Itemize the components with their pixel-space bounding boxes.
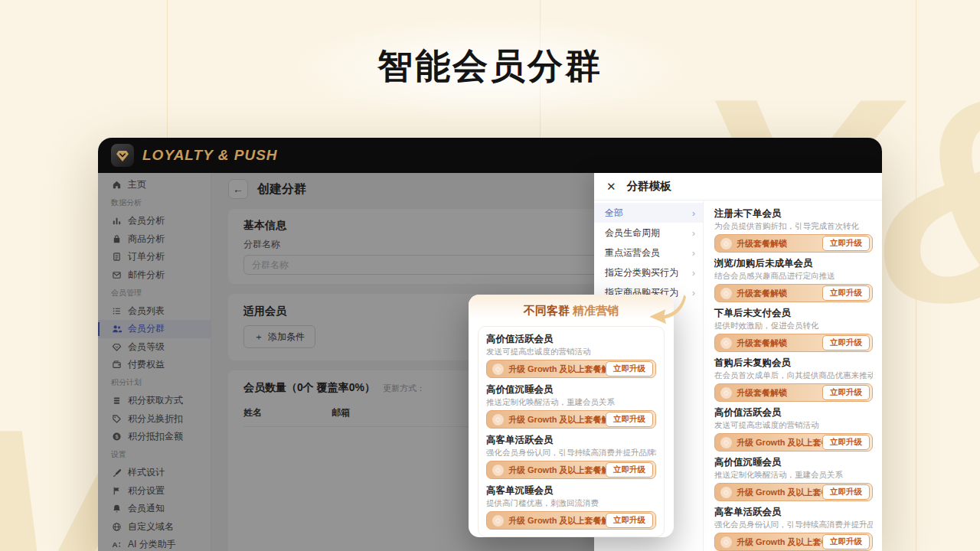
unlock-text: 升级套餐解锁 xyxy=(737,337,787,349)
promo-item-desc: 提供高门槛优惠，刺激回流消费 xyxy=(486,498,656,507)
golden-arrow-icon xyxy=(646,292,686,328)
app-header: LOYALTY & PUSH xyxy=(98,138,882,173)
upgrade-now-button[interactable]: 立即升级 xyxy=(822,285,870,301)
shield-icon: ◇ xyxy=(720,387,732,399)
shield-icon: ◇ xyxy=(720,487,732,498)
app-window: LOYALTY & PUSH 主页 数据分析 会员分析 商品分析 xyxy=(98,138,882,551)
unlock-text: 升级 Growth 及以上套餐解锁 xyxy=(508,364,619,375)
promo-item-title: 高客单沉睡会员 xyxy=(486,485,656,497)
unlock-pill: ◇ 升级 Growth 及以上套餐解锁 立即升级 xyxy=(486,410,656,429)
upgrade-now-button[interactable]: 立即升级 xyxy=(606,412,653,427)
promo-item: 高价值活跃会员 发送可提高忠诚度的营销活动 ◇ 升级 Growth 及以上套餐解… xyxy=(486,334,656,378)
template-title: 高价值活跃会员 xyxy=(714,407,873,419)
category-item[interactable]: 重点运营会员 › xyxy=(594,243,703,262)
unlock-pill: ◇ 升级套餐解锁 立即升级 xyxy=(714,284,873,302)
shield-icon: ◇ xyxy=(720,437,732,448)
drawer-title: 分群模板 xyxy=(627,179,671,194)
unlock-pill: ◇ 升级套餐解锁 立即升级 xyxy=(714,383,873,402)
promo-card: 不同客群 精准营销 高价值活跃会员 发送可提高忠诚度的营销活动 ◇ 升级 Gro… xyxy=(469,295,674,537)
template-item: 高价值沉睡会员 推送定制化唤醒活动，重建会员关系 ◇ 升级 Growth 及以上… xyxy=(714,457,873,501)
promo-item-desc: 推送定制化唤醒活动，重建会员关系 xyxy=(486,397,656,406)
unlock-text: 升级 Growth 及以上套餐解锁 xyxy=(508,465,619,476)
unlock-text: 升级套餐解锁 xyxy=(737,238,787,249)
chevron-right-icon: › xyxy=(692,247,695,259)
upgrade-now-button[interactable]: 立即升级 xyxy=(822,335,870,350)
unlock-text: 升级 Growth 及以上套餐解锁 xyxy=(508,515,619,527)
unlock-pill: ◇ 升级 Growth 及以上套餐解锁 立即升级 xyxy=(714,533,873,551)
promo-title: 不同客群 精准营销 xyxy=(469,295,674,323)
promo-item: 高客单沉睡会员 提供高门槛优惠，刺激回流消费 ◇ 升级 Growth 及以上套餐… xyxy=(486,485,656,530)
template-title: 下单后未支付会员 xyxy=(714,308,873,319)
promo-item-desc: 发送可提高忠诚度的营销活动 xyxy=(486,347,656,356)
template-desc: 为会员提供首购折扣，引导完成首次转化 xyxy=(714,221,873,230)
shield-icon: ◇ xyxy=(492,414,504,425)
template-desc: 发送可提高忠诚度的营销活动 xyxy=(714,420,873,429)
template-item: 下单后未支付会员 提供时效激励，促进会员转化 ◇ 升级套餐解锁 立即升级 xyxy=(714,308,873,352)
brand-logo-icon xyxy=(111,144,134,167)
shield-icon: ◇ xyxy=(492,465,504,476)
promo-item: 高价值沉睡会员 推送定制化唤醒活动，重建会员关系 ◇ 升级 Growth 及以上… xyxy=(486,384,656,429)
shield-icon: ◇ xyxy=(720,337,732,349)
template-desc: 在会员首次成单后，向其提供商品优惠来推动再次成单 xyxy=(714,370,873,380)
upgrade-now-button[interactable]: 立即升级 xyxy=(606,462,653,478)
template-desc: 推送定制化唤醒活动，重建会员关系 xyxy=(714,470,873,479)
unlock-pill: ◇ 升级套餐解锁 立即升级 xyxy=(714,234,873,253)
shield-icon: ◇ xyxy=(720,288,732,299)
unlock-pill: ◇ 升级套餐解锁 立即升级 xyxy=(714,334,873,352)
hero-title: 智能会员分群 xyxy=(0,43,980,90)
chevron-right-icon: › xyxy=(692,287,695,298)
upgrade-now-button[interactable]: 立即升级 xyxy=(822,385,870,400)
promo-item-desc: 强化会员身份认同，引导持续高消费并提升品牌粘性 xyxy=(486,448,656,457)
template-title: 浏览/加购后未成单会员 xyxy=(714,258,873,269)
shield-icon: ◇ xyxy=(720,238,732,249)
template-title: 注册未下单会员 xyxy=(714,208,873,220)
unlock-text: 升级套餐解锁 xyxy=(737,387,787,399)
unlock-pill: ◇ 升级 Growth 及以上套餐解锁 立即升级 xyxy=(486,360,656,378)
close-icon[interactable]: ✕ xyxy=(606,181,616,192)
chevron-right-icon: › xyxy=(692,227,695,239)
template-desc: 强化会员身份认同，引导持续高消费并提升品牌粘性 xyxy=(714,520,873,529)
promo-item-title: 高价值沉睡会员 xyxy=(486,384,656,396)
template-title: 高价值沉睡会员 xyxy=(714,457,873,468)
template-item: 高客单活跃会员 强化会员身份认同，引导持续高消费并提升品牌粘性 ◇ 升级 Gro… xyxy=(714,507,873,551)
upgrade-now-button[interactable]: 立即升级 xyxy=(822,435,870,450)
shield-icon: ◇ xyxy=(492,364,504,375)
template-list: 注册未下单会员 为会员提供首购折扣，引导完成首次转化 ◇ 升级套餐解锁 立即升级… xyxy=(704,201,882,551)
template-desc: 提供时效激励，促进会员转化 xyxy=(714,321,873,330)
unlock-pill: ◇ 升级 Growth 及以上套餐解锁 立即升级 xyxy=(486,511,656,530)
chevron-right-icon: › xyxy=(692,267,695,279)
shield-icon: ◇ xyxy=(492,515,504,527)
upgrade-now-button[interactable]: 立即升级 xyxy=(822,534,870,549)
unlock-text: 升级 Growth 及以上套餐解锁 xyxy=(508,414,619,425)
template-item: 浏览/加购后未成单会员 结合会员感兴趣商品进行定向推送 ◇ 升级套餐解锁 立即升… xyxy=(714,258,873,302)
template-title: 首购后未复购会员 xyxy=(714,357,873,369)
template-desc: 结合会员感兴趣商品进行定向推送 xyxy=(714,271,873,280)
category-item[interactable]: 会员生命周期 › xyxy=(594,223,703,243)
promo-item-title: 高客单活跃会员 xyxy=(486,435,656,446)
template-item: 注册未下单会员 为会员提供首购折扣，引导完成首次转化 ◇ 升级套餐解锁 立即升级 xyxy=(714,208,873,253)
upgrade-now-button[interactable]: 立即升级 xyxy=(822,236,870,251)
upgrade-now-button[interactable]: 立即升级 xyxy=(822,484,870,500)
template-item: 首购后未复购会员 在会员首次成单后，向其提供商品优惠来推动再次成单 ◇ 升级套餐… xyxy=(714,357,873,402)
upgrade-now-button[interactable]: 立即升级 xyxy=(606,513,653,528)
category-item[interactable]: 全部 › xyxy=(594,203,703,223)
promo-item-title: 高价值活跃会员 xyxy=(486,334,656,345)
template-item: 高价值活跃会员 发送可提高忠诚度的营销活动 ◇ 升级 Growth 及以上套餐解… xyxy=(714,407,873,452)
unlock-pill: ◇ 升级 Growth 及以上套餐解锁 立即升级 xyxy=(714,483,873,501)
unlock-pill: ◇ 升级 Growth 及以上套餐解锁 立即升级 xyxy=(714,433,873,452)
promo-panel: 高价值活跃会员 发送可提高忠诚度的营销活动 ◇ 升级 Growth 及以上套餐解… xyxy=(478,326,665,537)
unlock-text: 升级套餐解锁 xyxy=(737,288,787,299)
chevron-right-icon: › xyxy=(692,207,695,219)
brand-name: LOYALTY & PUSH xyxy=(142,147,278,164)
category-item[interactable]: 指定分类购买行为 › xyxy=(594,262,703,282)
template-title: 高客单活跃会员 xyxy=(714,507,873,518)
promo-item: 高客单活跃会员 强化会员身份认同，引导持续高消费并提升品牌粘性 ◇ 升级 Gro… xyxy=(486,435,656,479)
upgrade-now-button[interactable]: 立即升级 xyxy=(606,361,653,377)
unlock-pill: ◇ 升级 Growth 及以上套餐解锁 立即升级 xyxy=(486,461,656,479)
shield-icon: ◇ xyxy=(720,536,732,548)
